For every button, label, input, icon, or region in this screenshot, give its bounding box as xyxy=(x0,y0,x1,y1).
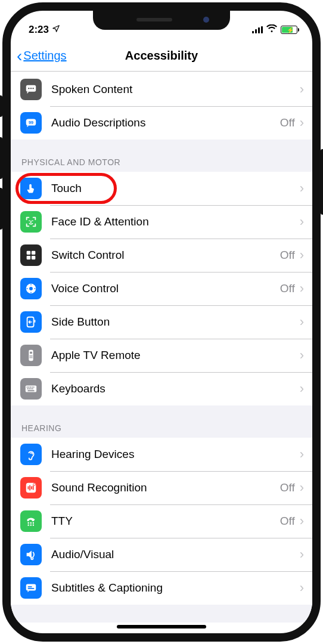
sidebtn-icon xyxy=(20,311,42,333)
svg-point-7 xyxy=(32,220,33,221)
svg-rect-40 xyxy=(30,522,32,524)
svg-rect-27 xyxy=(27,386,28,388)
svg-rect-25 xyxy=(31,357,32,358)
back-button[interactable]: ‹ Settings xyxy=(17,49,67,63)
keyboard-icon xyxy=(20,378,42,400)
grid-icon xyxy=(20,244,42,266)
row-label: Keyboards xyxy=(51,382,300,395)
tvremote-icon xyxy=(20,345,42,366)
settings-row-faceid[interactable]: Face ID & Attention› xyxy=(11,205,312,239)
settings-row-spoken[interactable]: Spoken Content› xyxy=(11,73,312,106)
svg-point-21 xyxy=(30,351,32,354)
speech-bubble-icon xyxy=(20,79,42,100)
settings-row-keyboards[interactable]: Keyboards› xyxy=(11,372,312,405)
row-label: Spoken Content xyxy=(51,83,300,96)
voice-icon xyxy=(20,278,42,299)
settings-row-appletv[interactable]: Apple TV Remote› xyxy=(11,339,312,372)
chevron-right-icon: › xyxy=(300,314,304,330)
row-label: Sound Recognition xyxy=(51,481,280,494)
settings-row-subs[interactable]: Subtitles & Captioning› xyxy=(11,571,312,605)
svg-rect-39 xyxy=(28,522,29,524)
svg-rect-32 xyxy=(27,388,29,389)
chevron-right-icon: › xyxy=(300,547,304,562)
svg-rect-47 xyxy=(26,584,36,591)
settings-row-sidebtn[interactable]: Side Button› xyxy=(11,305,312,339)
svg-point-1 xyxy=(28,88,29,89)
svg-rect-28 xyxy=(28,386,29,388)
svg-point-38 xyxy=(33,484,36,486)
row-detail: Off xyxy=(280,481,295,494)
svg-rect-29 xyxy=(30,386,31,388)
svg-rect-44 xyxy=(33,525,34,526)
ear-icon xyxy=(20,444,42,465)
svg-rect-19 xyxy=(35,320,36,323)
chevron-right-icon: › xyxy=(300,82,304,97)
row-label: Switch Control xyxy=(51,249,280,262)
settings-row-touch[interactable]: Touch› xyxy=(11,172,312,205)
row-label: Apple TV Remote xyxy=(51,349,300,362)
svg-point-17 xyxy=(35,288,36,289)
settings-row-voicectl[interactable]: Voice ControlOff› xyxy=(11,272,312,305)
svg-rect-43 xyxy=(30,525,32,526)
chevron-right-icon: › xyxy=(300,181,304,196)
chevron-right-icon: › xyxy=(300,247,304,263)
svg-point-3 xyxy=(32,88,33,89)
settings-row-tty[interactable]: TTYOff› xyxy=(11,504,312,538)
settings-list[interactable]: Spoken Content›99Audio DescriptionsOff›P… xyxy=(11,73,312,623)
svg-point-16 xyxy=(27,288,28,289)
notch xyxy=(93,11,230,30)
svg-point-46 xyxy=(32,558,32,559)
svg-rect-31 xyxy=(33,386,35,388)
row-detail: Off xyxy=(280,116,295,129)
svg-rect-23 xyxy=(31,355,32,357)
settings-row-audiodesc[interactable]: 99Audio DescriptionsOff› xyxy=(11,106,312,140)
home-indicator[interactable] xyxy=(117,625,206,628)
settings-row-av[interactable]: Audio/Visual› xyxy=(11,538,312,571)
section-header: HEARING xyxy=(11,405,312,438)
row-label: Audio/Visual xyxy=(51,548,300,561)
chevron-right-icon: › xyxy=(300,447,304,462)
row-label: Hearing Devices xyxy=(51,448,300,461)
av-icon xyxy=(20,544,42,565)
svg-rect-34 xyxy=(30,388,32,389)
wifi-icon xyxy=(266,24,277,36)
row-label: TTY xyxy=(51,515,280,528)
svg-rect-24 xyxy=(30,357,31,358)
chevron-right-icon: › xyxy=(300,580,304,596)
settings-row-hearingdev[interactable]: Hearing Devices› xyxy=(11,438,312,471)
chevron-right-icon: › xyxy=(300,281,304,296)
svg-rect-8 xyxy=(27,251,30,255)
row-label: Touch xyxy=(51,182,300,195)
settings-row-soundrec[interactable]: Sound RecognitionOff› xyxy=(11,471,312,504)
faceid-icon xyxy=(20,211,42,233)
chevron-right-icon: › xyxy=(300,348,304,363)
settings-row-switch[interactable]: Switch ControlOff› xyxy=(11,239,312,272)
svg-text:99: 99 xyxy=(29,120,33,125)
nav-header: ‹ Settings Accessibility xyxy=(11,41,312,72)
svg-rect-48 xyxy=(28,586,32,587)
touch-icon xyxy=(20,178,42,199)
row-label: Voice Control xyxy=(51,282,280,295)
chevron-right-icon: › xyxy=(300,513,304,529)
svg-rect-36 xyxy=(28,390,35,391)
page-title: Accessibility xyxy=(125,49,198,63)
row-label: Audio Descriptions xyxy=(51,116,280,129)
cellular-icon xyxy=(252,26,263,33)
section-header: PHYSICAL AND MOTOR xyxy=(11,140,312,172)
row-detail: Off xyxy=(280,249,295,262)
svg-point-6 xyxy=(29,220,30,221)
back-label: Settings xyxy=(23,49,66,63)
subs-icon xyxy=(20,577,42,599)
row-label: Face ID & Attention xyxy=(51,215,300,228)
row-label: Side Button xyxy=(51,315,300,329)
svg-rect-9 xyxy=(32,251,35,255)
device-frame: 2:23 ⚡ ‹ Settings Accessibility Spoken C… xyxy=(2,2,321,642)
chevron-right-icon: › xyxy=(300,381,304,397)
svg-point-13 xyxy=(29,287,33,290)
svg-rect-35 xyxy=(32,388,33,389)
svg-point-15 xyxy=(30,292,32,293)
location-icon xyxy=(52,24,60,36)
battery-icon: ⚡ xyxy=(281,26,299,34)
status-time: 2:23 xyxy=(29,24,49,36)
svg-rect-49 xyxy=(28,588,35,589)
